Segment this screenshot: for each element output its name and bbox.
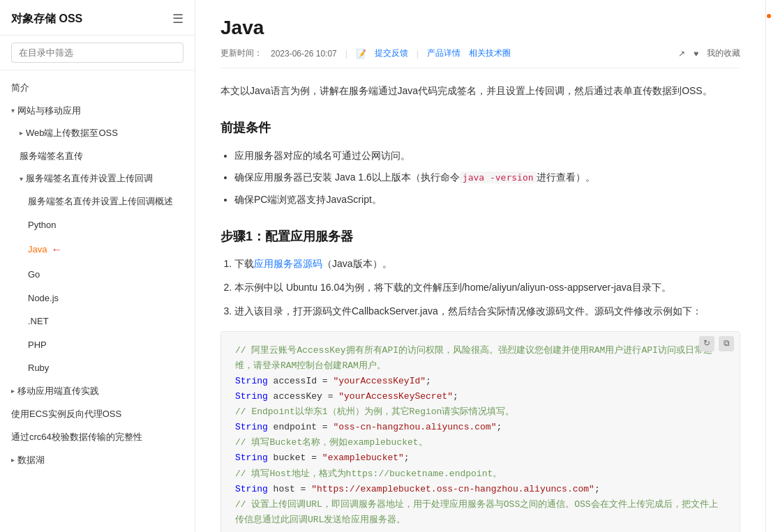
- code-line: String bucket = "examplebucket";: [235, 450, 726, 466]
- sidebar-item-java[interactable]: Java←: [0, 236, 195, 263]
- sidebar-item-dotnet[interactable]: .NET: [0, 310, 195, 333]
- step1-item-2: 本示例中以 Ubuntu 16.04为例，将下载的文件解压到/home/aliy…: [234, 280, 740, 296]
- code-line: // 填写Host地址，格式为https://bucketname.endpoi…: [235, 466, 726, 482]
- code-line: // 填写Bucket名称，例如examplebucket。: [235, 435, 726, 450]
- refresh-btn[interactable]: ↻: [699, 336, 714, 351]
- meta-actions: ↗ ♥ 我的收藏: [678, 47, 740, 59]
- sidebar-group-label-website-mobile: 网站与移动应用: [17, 105, 81, 117]
- update-label: 更新时间：: [220, 47, 262, 59]
- sidebar-item-ruby[interactable]: Ruby: [0, 356, 195, 380]
- code-block-wrapper: ↻ ⧉ // 阿里云账号AccessKey拥有所有API的访问权限，风险很高。强…: [220, 331, 740, 532]
- sidebar-group-label-web-upload: Web端上传数据至OSS: [26, 127, 118, 139]
- page-title: Java: [220, 17, 740, 39]
- code-toolbar: ↻ ⧉: [699, 336, 734, 351]
- sidebar-group-label-mobile-direct: 移动应用端直传实践: [17, 385, 99, 397]
- step1-list: 下载应用服务器源码（Java版本）。 本示例中以 Ubuntu 16.04为例，…: [234, 256, 740, 319]
- share-icon[interactable]: ↗: [678, 49, 685, 59]
- prereq-item-2: 确保应用服务器已安装 Java 1.6以上版本（执行命令java -versio…: [234, 169, 740, 186]
- code-line: // Endpoint以华东1（杭州）为例，其它Region请实际情况填写。: [235, 404, 726, 420]
- sidebar: 对象存储 OSS ☰ 简介▾网站与移动应用▸Web端上传数据至OSS服务端签名直…: [0, 0, 195, 532]
- sidebar-nav: 简介▾网站与移动应用▸Web端上传数据至OSS服务端签名直传▾服务端签名直传并设…: [0, 70, 195, 532]
- sidebar-search-area: [0, 36, 195, 70]
- sidebar-header: 对象存储 OSS ☰: [0, 0, 195, 36]
- prerequisites-list: 应用服务器对应的域名可通过公网访问。 确保应用服务器已安装 Java 1.6以上…: [234, 148, 740, 208]
- tech-link[interactable]: 相关技术圈: [469, 47, 511, 59]
- copy-btn[interactable]: ⧉: [719, 336, 734, 351]
- separator2: |: [417, 49, 419, 59]
- edit-icon: 📝: [356, 49, 366, 59]
- right-dot: [767, 14, 771, 18]
- favorite-icon[interactable]: ♥: [694, 49, 698, 59]
- menu-icon[interactable]: ☰: [172, 11, 184, 26]
- sidebar-item-php[interactable]: PHP: [0, 333, 195, 357]
- sidebar-item-server-sign-direct[interactable]: 服务端签名直传: [0, 144, 195, 168]
- code-line: // 设置上传回调URL，即回调服务器地址，用于处理应用服务器与OSS之间的通信…: [235, 497, 726, 528]
- active-arrow-icon: ←: [51, 241, 62, 258]
- sidebar-item-ecs-proxy[interactable]: 使用ECS实例反向代理OSS: [0, 402, 195, 426]
- sidebar-title: 对象存储 OSS: [11, 12, 82, 26]
- source-code-link[interactable]: 应用服务器源码: [254, 258, 322, 269]
- collect-label[interactable]: 我的收藏: [707, 47, 740, 59]
- sidebar-item-go[interactable]: Go: [0, 263, 195, 287]
- code-line: String endpoint = "oss-cn-hangzhou.aliyu…: [235, 420, 726, 435]
- search-input[interactable]: [11, 43, 184, 63]
- sidebar-item-label-java: Java: [28, 243, 47, 257]
- code-block: // 阿里云账号AccessKey拥有所有API的访问权限，风险很高。强烈建议您…: [221, 332, 740, 532]
- code-line: String accessKey = "yourAccessKeySecret"…: [235, 389, 726, 404]
- sidebar-group-label-server-sign-callback: 服务端签名直传并设置上传回调: [26, 172, 153, 185]
- code-line: String accessId = "yourAccessKeyId";: [235, 374, 726, 389]
- right-bar: [765, 0, 771, 532]
- main-content: Java 更新时间： 2023-06-26 10:07 | 📝 提交反馈 | 产…: [195, 0, 765, 532]
- sidebar-item-jianjie[interactable]: 简介: [0, 76, 195, 100]
- prereq-item-1: 应用服务器对应的域名可通过公网访问。: [234, 148, 740, 165]
- sidebar-item-python[interactable]: Python: [0, 213, 195, 237]
- sidebar-group-server-sign-callback[interactable]: ▾服务端签名直传并设置上传回调: [0, 167, 195, 190]
- separator1: |: [345, 49, 347, 59]
- product-detail-link[interactable]: 产品详情: [427, 47, 461, 59]
- step1-item-3: 进入该目录，打开源码文件CallbackServer.java，然后结合实际情况…: [234, 303, 740, 320]
- sidebar-group-data-lake[interactable]: ▸数据湖: [0, 449, 195, 471]
- code-java-version: java -version: [460, 172, 537, 183]
- sidebar-group-label-data-lake: 数据湖: [17, 454, 45, 466]
- sidebar-item-crc64[interactable]: 通过crc64校验数据传输的完整性: [0, 425, 195, 449]
- edit-feedback-link[interactable]: 提交反馈: [375, 47, 408, 59]
- sidebar-group-mobile-direct[interactable]: ▸移动应用端直传实践: [0, 380, 195, 402]
- code-line: String host = "https://examplebucket.oss…: [235, 482, 726, 497]
- sidebar-group-web-upload[interactable]: ▸Web端上传数据至OSS: [0, 122, 195, 144]
- update-time: 2023-06-26 10:07: [271, 49, 337, 59]
- sidebar-item-server-sign-callback-overview[interactable]: 服务端签名直传并设置上传回调概述: [0, 190, 195, 213]
- step1-title: 步骤1：配置应用服务器: [220, 225, 740, 248]
- sidebar-group-website-mobile[interactable]: ▾网站与移动应用: [0, 100, 195, 122]
- step1-item-1: 下载应用服务器源码（Java版本）。: [234, 256, 740, 273]
- sidebar-item-nodejs[interactable]: Node.js: [0, 287, 195, 310]
- sidebar-item-active-wrapper: Java←: [28, 241, 184, 258]
- content-body: 本文以Java语言为例，讲解在服务端通过Java代码完成签名，并且设置上传回调，…: [220, 82, 740, 532]
- prereq-item-3: 确保PC端浏览器支持JavaScript。: [234, 192, 740, 208]
- prerequisites-title: 前提条件: [220, 116, 740, 139]
- meta-bar: 更新时间： 2023-06-26 10:07 | 📝 提交反馈 | 产品详情 相…: [220, 47, 740, 68]
- intro-text: 本文以Java语言为例，讲解在服务端通过Java代码完成签名，并且设置上传回调，…: [220, 82, 740, 100]
- code-line: // 阿里云账号AccessKey拥有所有API的访问权限，风险很高。强烈建议您…: [235, 343, 726, 374]
